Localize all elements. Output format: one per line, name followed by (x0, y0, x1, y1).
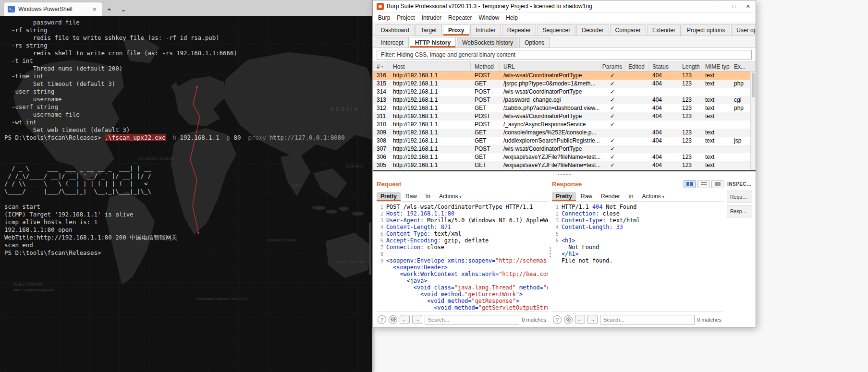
new-tab-button[interactable]: + (102, 2, 116, 16)
table-scrollbar[interactable] (750, 72, 756, 170)
response-search-input[interactable] (600, 315, 695, 324)
editor-tab-raw[interactable]: Raw (402, 192, 421, 201)
main-tab-extender[interactable]: Extender (647, 24, 681, 36)
request-title: Request (377, 180, 401, 188)
column-header-status[interactable]: Status (648, 62, 678, 71)
terminal-scrollbar-thumb[interactable] (369, 222, 371, 275)
editor-tab-raw[interactable]: Raw (577, 192, 596, 201)
main-tab-dashboard[interactable]: Dashboard (376, 24, 415, 36)
request-match-count: 0 matches (522, 317, 547, 323)
http-history-row[interactable]: 313 http://192.168.1.1 POST /password_ch… (373, 96, 756, 104)
terminal-line: username (4, 96, 367, 103)
vertical-splitter[interactable] (548, 178, 552, 327)
previous-match-button[interactable]: ← (400, 315, 410, 324)
http-history-row[interactable]: 310 http://192.168.1.1 POST /_async/Asyn… (373, 120, 756, 129)
column-header-method[interactable]: Method (471, 62, 500, 71)
http-history-row[interactable]: 316 http://192.168.1.1 POST /wls-wsat/Co… (373, 72, 756, 80)
column-header-length[interactable]: Length (678, 62, 701, 71)
editor-tab--n[interactable]: \n (624, 192, 637, 201)
code-line: File not found. (552, 257, 723, 264)
main-tab-project-options[interactable]: Project options (682, 24, 730, 36)
editor-tab--n[interactable]: \n (422, 192, 434, 201)
maximize-button[interactable]: □ (731, 3, 737, 10)
sub-tab-http-history[interactable]: HTTP history (410, 37, 456, 48)
menu-item-repeater[interactable]: Repeater (445, 14, 475, 21)
table-scrollbar-thumb[interactable] (752, 72, 755, 97)
column-header-number[interactable]: #▾ (373, 62, 389, 71)
layout-columns-button[interactable] (684, 180, 696, 188)
main-tab-intruder[interactable]: Intruder (470, 24, 501, 36)
help-icon[interactable]: ? (553, 315, 562, 324)
column-header-edited[interactable]: Edited (624, 62, 648, 71)
cell-extension (730, 129, 749, 137)
layout-rows-button[interactable] (697, 180, 709, 188)
http-history-row[interactable]: 311 http://192.168.1.1 POST /wls-wsat/Co… (373, 112, 756, 120)
inspector-section[interactable]: Request ... (727, 191, 752, 203)
terminal-line: / /_\/____/ __|/ __| '__/ _` |/ __| |/ / (4, 172, 367, 180)
http-history-row[interactable]: 314 http://192.168.1.1 POST /wls-wsat/Co… (373, 88, 756, 96)
terminal-output: password file -rf string redis file to w… (0, 16, 372, 372)
menu-item-help[interactable]: Help (502, 14, 521, 21)
http-history-table: #▾ Host Method URL Params Edited Status … (373, 62, 756, 170)
main-tab-comparer[interactable]: Comparer (610, 24, 646, 36)
column-header-url[interactable]: URL (500, 62, 600, 71)
main-tab-target[interactable]: Target (416, 24, 442, 36)
response-header: Response (552, 178, 723, 190)
gear-icon[interactable] (564, 315, 573, 324)
menu-item-burp[interactable]: Burp (375, 14, 393, 21)
main-tab-sequencer[interactable]: Sequencer (537, 24, 575, 36)
tab-dropdown-button[interactable]: ⌄ (116, 2, 131, 16)
column-header-mime[interactable]: MIME type (701, 62, 730, 71)
menu-item-intruder[interactable]: Intruder (418, 14, 445, 21)
filter-bar[interactable]: Filter: Hiding CSS, image and general bi… (377, 50, 752, 60)
cell-status: 404 (648, 80, 678, 88)
tab-close-icon[interactable]: ✕ (91, 6, 98, 13)
editor-tab-pretty[interactable]: Pretty (377, 192, 401, 201)
response-editor-body[interactable]: 1HTTP/1.1 404 Not Found2Connection: clos… (552, 202, 723, 312)
main-tab-user-options[interactable]: User options (731, 24, 756, 36)
request-editor-body[interactable]: 1POST /wls-wsat/CoordinatorPortType HTTP… (377, 202, 548, 312)
http-history-row[interactable]: 308 http://192.168.1.1 GET /uddiexplorer… (373, 137, 756, 145)
main-tab-proxy[interactable]: Proxy (443, 24, 469, 36)
minimize-button[interactable]: — (715, 3, 723, 10)
http-history-row[interactable]: 309 http://192.168.1.1 GET /console/imag… (373, 129, 756, 137)
column-header-params[interactable]: Params (600, 62, 624, 71)
request-search-input[interactable] (425, 315, 519, 324)
http-history-row[interactable]: 306 http://192.168.1.1 GET /wxjsapi/save… (373, 153, 756, 161)
http-history-row[interactable]: 315 http://192.168.1.1 GET /jsrpc.php?ty… (373, 80, 756, 88)
http-history-row[interactable]: 305 http://192.168.1.1 GET /wxjsapi/save… (373, 161, 756, 169)
cell-host: http://192.168.1.1 (389, 112, 471, 120)
main-tab-repeater[interactable]: Repeater (502, 24, 536, 36)
code-line: <void method="getServletOutputStre (377, 304, 548, 311)
http-history-row[interactable]: 312 http://192.168.1.1 GET /zabbix.php?a… (373, 104, 756, 112)
help-icon[interactable]: ? (378, 315, 386, 324)
editor-tab-actions[interactable]: Actions▾ (638, 192, 668, 201)
column-header-host[interactable]: Host (389, 62, 471, 71)
cell-length: 123 (678, 104, 701, 112)
http-history-row[interactable]: 307 http://192.168.1.1 POST /wls-wsat/Co… (373, 145, 756, 153)
next-match-button[interactable]: → (412, 315, 422, 324)
editor-tab-pretty[interactable]: Pretty (552, 192, 576, 201)
editor-tab-actions[interactable]: Actions▾ (435, 192, 465, 201)
cell-status: 404 (648, 153, 678, 161)
sub-tab-websockets-history[interactable]: WebSockets history (457, 37, 518, 48)
layout-single-button[interactable] (711, 180, 723, 188)
column-header-extension[interactable]: Ex... (730, 62, 749, 71)
terminal-tab-powershell[interactable]: >_ Windows PowerShell ✕ (4, 2, 102, 16)
gear-icon[interactable] (389, 315, 397, 324)
main-tab-decoder[interactable]: Decoder (576, 24, 609, 36)
menu-item-project[interactable]: Project (393, 14, 418, 21)
cell-extension (730, 88, 749, 96)
inspector-section[interactable]: Response... (727, 205, 752, 217)
previous-match-button[interactable]: ← (575, 315, 585, 324)
close-button[interactable]: ✕ (745, 3, 752, 10)
sub-tab-options[interactable]: Options (519, 37, 550, 48)
sub-tab-intercept[interactable]: Intercept (376, 37, 409, 48)
cell-host: http://192.168.1.1 (389, 145, 471, 153)
editor-tab-render[interactable]: Render (597, 192, 623, 201)
terminal-scrollbar[interactable] (368, 18, 372, 370)
menu-item-window[interactable]: Window (475, 14, 502, 21)
horizontal-splitter[interactable] (373, 170, 756, 178)
next-match-button[interactable]: → (587, 315, 598, 324)
terminal-line: scan start (4, 203, 367, 211)
